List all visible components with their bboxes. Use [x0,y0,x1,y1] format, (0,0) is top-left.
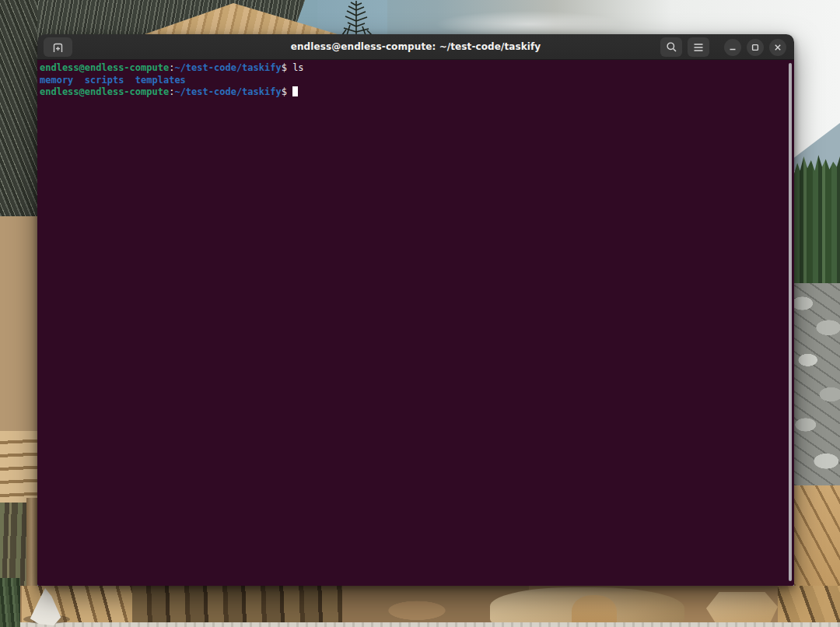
wallpaper-cloud [436,11,622,37]
wallpaper-rock-scree [794,283,840,485]
prompt-user-host: endless@endless-compute [40,62,169,73]
wallpaper-shingle-pile [0,216,37,431]
tree-icon [339,0,376,36]
directory-name: templates [135,75,186,86]
maximize-square-icon [751,44,759,51]
directory-name: scripts [85,75,124,86]
minimize-dash-icon [729,44,737,51]
prompt-symbol: $ [282,62,287,73]
menu-button[interactable] [688,37,709,57]
maximize-button[interactable] [747,39,764,56]
typed-command: ls [292,62,303,73]
titlebar[interactable]: endless@endless-compute: ~/test-code/tas… [37,34,794,60]
close-button[interactable] [769,39,786,56]
new-tab-plus-icon [52,42,64,53]
prompt-symbol: $ [282,86,287,97]
prompt-user-host: endless@endless-compute [40,86,169,97]
prompt-path: ~/test-code/taskify [174,62,281,73]
terminal-screen[interactable]: endless@endless-compute:~/test-code/task… [37,60,794,586]
directory-name: memory [40,75,73,86]
terminal-line-output: memoryscriptstemplates [40,75,786,87]
wallpaper-foreground [0,586,840,627]
wallpaper-log-beams [0,431,37,503]
terminal-window: endless@endless-compute: ~/test-code/tas… [37,34,794,586]
search-button[interactable] [660,37,682,57]
minimize-button[interactable] [724,39,741,56]
terminal-line-command: endless@endless-compute:~/test-code/task… [40,62,786,75]
terminal-line-prompt: endless@endless-compute:~/test-code/task… [40,86,786,99]
close-x-icon [774,44,782,51]
prompt-path: ~/test-code/taskify [174,86,281,97]
hamburger-menu-icon [693,43,704,52]
titlebar-controls [660,34,786,60]
scrollbar-thumb[interactable] [789,63,792,581]
terminal-cursor [292,86,298,96]
wallpaper-twig-roof-left [0,0,37,216]
wallpaper-wood-crates [794,485,840,587]
wallpaper-planks-right [778,586,840,627]
wallpaper-dark-posts [132,586,358,627]
wallpaper-plant [0,578,20,627]
wallpaper-tree-silhouette [339,0,376,36]
wallpaper-gravel-strip [0,622,840,627]
magnifier-icon [666,41,677,53]
wallpaper-conifer-forest [794,152,840,283]
new-tab-button[interactable] [44,37,72,57]
wallpaper-wood-post [26,498,37,587]
